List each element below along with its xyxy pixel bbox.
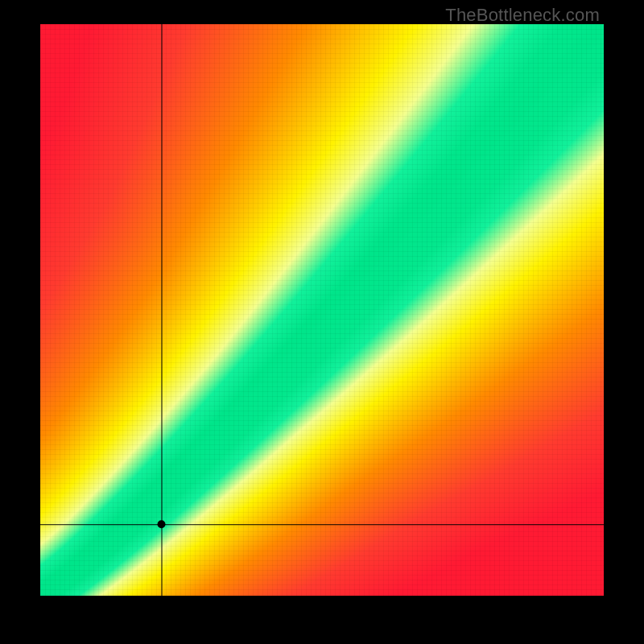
heatmap-canvas xyxy=(40,24,604,596)
heatmap-plot xyxy=(40,24,604,596)
chart-frame: TheBottleneck.com xyxy=(0,0,644,644)
watermark-text: TheBottleneck.com xyxy=(445,5,600,26)
